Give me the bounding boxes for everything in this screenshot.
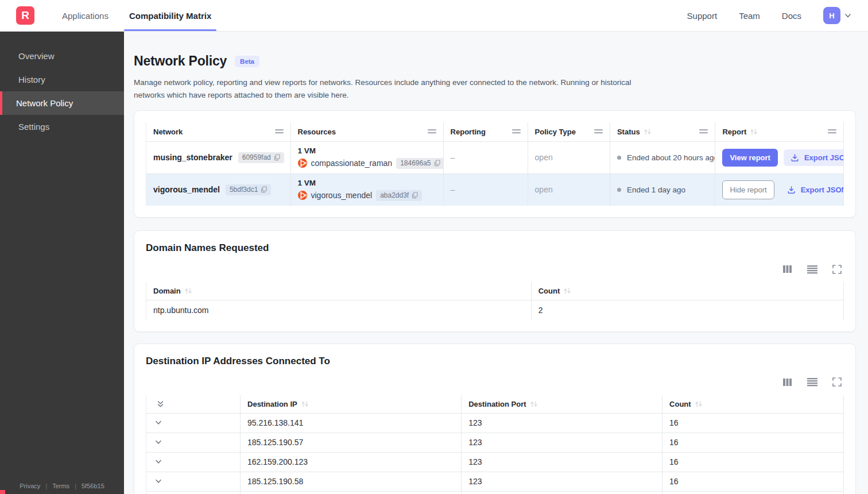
domain-cell: ntp.ubuntu.com bbox=[146, 300, 532, 320]
view-report-button[interactable]: View report bbox=[722, 149, 778, 167]
sort-icon[interactable] bbox=[530, 400, 538, 408]
version-label: 5f56b15 bbox=[82, 483, 104, 489]
export-json-button[interactable]: Export JSON bbox=[780, 182, 844, 198]
copy-icon[interactable] bbox=[412, 192, 418, 199]
tab-compatibility-matrix[interactable]: Compatibility Matrix bbox=[129, 0, 211, 31]
col-reporting[interactable]: Reporting bbox=[443, 122, 528, 142]
port-cell: 123 bbox=[462, 452, 662, 472]
network-row[interactable]: vigorous_mendel 5bdf3dc1 1 VM vigorous_m… bbox=[146, 173, 844, 206]
copy-icon[interactable] bbox=[434, 160, 440, 167]
avatar[interactable]: H bbox=[823, 7, 840, 24]
col-resources[interactable]: Resources bbox=[290, 122, 443, 142]
columns-icon[interactable] bbox=[782, 377, 792, 387]
column-resize-handle[interactable] bbox=[699, 129, 708, 134]
col-destination-ip[interactable]: Destination IP bbox=[241, 395, 462, 414]
ip-table: Destination IP Destination Port Count 95… bbox=[146, 395, 844, 494]
copy-icon[interactable] bbox=[274, 154, 280, 161]
port-cell: 123 bbox=[462, 433, 662, 452]
col-status[interactable]: Status bbox=[610, 122, 715, 142]
network-id-badge: 5bdf3dc1 bbox=[226, 184, 271, 195]
ip-row[interactable]: 95.216.138.141 123 16 bbox=[146, 413, 844, 433]
column-resize-handle[interactable] bbox=[512, 129, 521, 134]
port-cell: 123 bbox=[462, 491, 662, 494]
network-id-badge: 60959fad bbox=[238, 152, 284, 163]
ip-row[interactable]: 185.125.190.58 123 16 bbox=[146, 472, 844, 491]
app-logo[interactable]: R bbox=[16, 6, 34, 25]
col-report[interactable]: Report bbox=[715, 122, 844, 142]
download-icon bbox=[790, 153, 799, 162]
download-icon bbox=[787, 186, 796, 194]
column-resize-handle[interactable] bbox=[428, 129, 436, 134]
col-count[interactable]: Count bbox=[531, 282, 843, 300]
table-toolbar bbox=[146, 377, 842, 387]
table-toolbar bbox=[146, 264, 842, 274]
domain-names-card: Domain Names Requested Domain Count bbox=[134, 230, 856, 332]
row-expand-chevron-icon[interactable] bbox=[154, 419, 233, 427]
sidebar-item-settings[interactable]: Settings bbox=[0, 115, 124, 138]
column-resize-handle[interactable] bbox=[275, 129, 284, 134]
col-ip-count[interactable]: Count bbox=[662, 395, 844, 414]
sidebar-item-network-policy[interactable]: Network Policy bbox=[0, 91, 124, 115]
networks-card: Network Resources Reporting Policy Type … bbox=[134, 110, 856, 218]
sort-icon[interactable] bbox=[644, 128, 652, 136]
row-expand-chevron-icon[interactable] bbox=[154, 438, 233, 446]
network-name: vigorous_mendel bbox=[153, 185, 220, 194]
rows-density-icon[interactable] bbox=[807, 377, 817, 387]
export-json-button[interactable]: Export JSON bbox=[784, 149, 844, 166]
rows-density-icon[interactable] bbox=[807, 264, 817, 274]
sort-icon[interactable] bbox=[750, 128, 758, 136]
count-cell: 16 bbox=[662, 472, 844, 491]
sort-icon[interactable] bbox=[563, 287, 571, 295]
policy-type-cell: open bbox=[528, 173, 610, 206]
docs-link[interactable]: Docs bbox=[782, 11, 801, 21]
privacy-link[interactable]: Privacy bbox=[20, 483, 40, 489]
count-cell: 16 bbox=[662, 413, 844, 433]
expand-all-icon[interactable] bbox=[156, 400, 165, 408]
page-title: Network Policy bbox=[134, 53, 227, 69]
beta-badge: Beta bbox=[235, 56, 259, 67]
reporting-cell: – bbox=[443, 173, 528, 206]
sidebar-item-overview[interactable]: Overview bbox=[0, 44, 124, 68]
resource-id-badge: aba2dd3f bbox=[376, 190, 422, 201]
row-expand-chevron-icon[interactable] bbox=[154, 458, 233, 466]
tab-applications[interactable]: Applications bbox=[62, 0, 108, 31]
ip-row[interactable]: 162.159.200.123 123 16 bbox=[146, 452, 844, 472]
columns-icon[interactable] bbox=[782, 264, 792, 274]
resource-id-badge: 184696a5 bbox=[396, 158, 443, 169]
fullscreen-icon[interactable] bbox=[832, 264, 842, 274]
account-menu[interactable]: H bbox=[823, 7, 852, 24]
col-destination-port[interactable]: Destination Port bbox=[462, 395, 662, 414]
column-resize-handle[interactable] bbox=[594, 129, 603, 134]
ip-row[interactable]: 95.216.100.21 123 16 bbox=[146, 491, 844, 494]
port-cell: 123 bbox=[462, 413, 662, 433]
col-expander[interactable] bbox=[146, 395, 241, 414]
col-policy-type[interactable]: Policy Type bbox=[528, 122, 610, 142]
terms-link[interactable]: Terms bbox=[52, 483, 69, 489]
resource-name: compassionate_raman bbox=[311, 159, 393, 168]
column-resize-handle[interactable] bbox=[828, 129, 836, 134]
sort-icon[interactable] bbox=[301, 400, 309, 408]
ip-cell: 185.125.190.58 bbox=[241, 472, 462, 491]
team-link[interactable]: Team bbox=[739, 11, 760, 21]
fullscreen-icon[interactable] bbox=[832, 377, 842, 387]
count-cell: 16 bbox=[662, 491, 844, 494]
ip-cell: 95.216.138.141 bbox=[241, 413, 462, 433]
copy-icon[interactable] bbox=[261, 186, 267, 193]
support-link[interactable]: Support bbox=[687, 11, 718, 21]
ip-cell: 162.159.200.123 bbox=[241, 452, 462, 472]
sidebar-item-history[interactable]: History bbox=[0, 68, 124, 91]
main-content: Network Policy Beta Manage network polic… bbox=[124, 32, 868, 494]
domain-row[interactable]: ntp.ubuntu.com 2 bbox=[146, 300, 844, 320]
policy-type-cell: open bbox=[528, 141, 610, 173]
col-domain[interactable]: Domain bbox=[146, 282, 532, 300]
primary-tabs: Applications Compatibility Matrix bbox=[62, 0, 211, 31]
network-row[interactable]: musing_stonebraker 60959fad 1 VM compass… bbox=[146, 141, 844, 173]
col-network[interactable]: Network bbox=[146, 122, 291, 142]
sort-icon[interactable] bbox=[695, 400, 703, 408]
count-cell: 2 bbox=[531, 300, 843, 320]
row-expand-chevron-icon[interactable] bbox=[154, 477, 233, 485]
ip-row[interactable]: 185.125.190.57 123 16 bbox=[146, 433, 844, 452]
sort-icon[interactable] bbox=[184, 287, 192, 295]
hide-report-button[interactable]: Hide report bbox=[722, 180, 774, 199]
networks-table: Network Resources Reporting Policy Type … bbox=[146, 122, 844, 206]
